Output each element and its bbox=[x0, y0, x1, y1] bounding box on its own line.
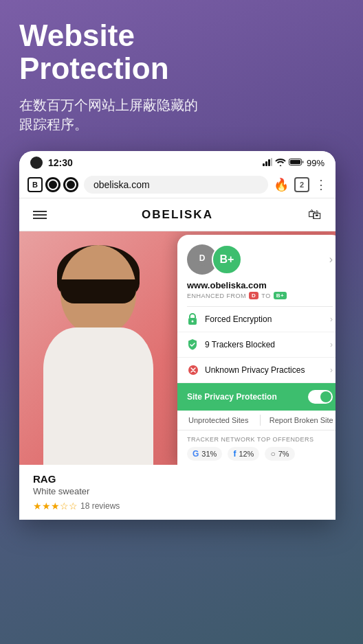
grade-badges: D B+ bbox=[187, 244, 242, 275]
popup-header: D B+ › bbox=[177, 235, 336, 280]
popup-domain: www.obeliska.com bbox=[177, 280, 336, 292]
privacy-protection-label: Site Privacy Protection bbox=[187, 392, 277, 402]
other-pct: 7% bbox=[278, 450, 289, 458]
svg-rect-1 bbox=[265, 161, 267, 166]
svg-rect-0 bbox=[263, 163, 265, 166]
url-bar[interactable]: obeliska.com bbox=[84, 176, 268, 194]
encryption-label: Forced Encryption bbox=[205, 314, 272, 324]
popup-bottom-tabs: Unprotected Sites Report Broken Site bbox=[177, 411, 336, 430]
shield-icon bbox=[187, 338, 199, 351]
svg-point-9 bbox=[192, 321, 194, 323]
stars-icon: ★★★☆☆ bbox=[33, 501, 78, 511]
star-rating: ★★★☆☆ 18 reviews bbox=[33, 501, 322, 511]
item-chevron-icon: › bbox=[330, 314, 333, 324]
addon-icon-2 bbox=[63, 177, 78, 192]
hero-subtitle: 在数百万个网站上屏蔽隐藏的 跟踪程序。 bbox=[19, 95, 344, 134]
site-nav-bar: OBELISKA 🛍 bbox=[19, 198, 336, 231]
website-content: D B+ › www.obeliska.com ENHANCED FROM D … bbox=[19, 231, 336, 465]
tracker-facebook: f 12% bbox=[228, 447, 259, 461]
google-pct: 31% bbox=[201, 450, 217, 458]
reviews-count: 18 reviews bbox=[80, 501, 120, 511]
tracker-other: ○ 7% bbox=[265, 447, 294, 461]
phone-mockup: 12:30 bbox=[19, 151, 336, 520]
tracker-google: G 31% bbox=[187, 447, 222, 461]
tracker-section: TRACKER NETWORK TOP OFFENDERS G 31% f 12… bbox=[177, 430, 336, 465]
popup-item-privacy[interactable]: Unknown Privacy Practices › bbox=[177, 358, 336, 383]
status-left: 12:30 bbox=[30, 157, 73, 169]
item-chevron-2-icon: › bbox=[330, 340, 333, 349]
hero-title: Website Protection bbox=[19, 19, 344, 86]
browser-action-icons: 🔥 2 ⋮ bbox=[274, 177, 327, 192]
lock-icon bbox=[187, 313, 199, 325]
x-circle-icon bbox=[187, 364, 199, 376]
popup-enhanced-label: ENHANCED FROM D TO B+ bbox=[177, 292, 336, 306]
tracker-bars: G 31% f 12% ○ 7% bbox=[187, 447, 333, 461]
product-title: RAG bbox=[33, 473, 322, 485]
svg-rect-5 bbox=[290, 160, 300, 164]
wifi-icon bbox=[275, 158, 286, 168]
person-body bbox=[43, 327, 153, 465]
cart-icon[interactable]: 🛍 bbox=[308, 207, 322, 222]
tabs-icon[interactable]: 2 bbox=[294, 177, 309, 192]
item-chevron-3-icon: › bbox=[330, 365, 333, 375]
svg-text:D: D bbox=[199, 253, 206, 263]
hero-section: Website Protection 在数百万个网站上屏蔽隐藏的 跟踪程序。 bbox=[19, 19, 344, 134]
hamburger-menu-icon[interactable] bbox=[33, 211, 47, 219]
signal-icon bbox=[263, 158, 272, 168]
trackers-label: 9 Trackers Blocked bbox=[205, 340, 275, 349]
addon-icon-1 bbox=[45, 177, 60, 192]
flame-icon[interactable]: 🔥 bbox=[274, 177, 289, 192]
privacy-toggle[interactable] bbox=[308, 390, 333, 404]
website-bottom: RAG White sweater ★★★☆☆ 18 reviews bbox=[19, 465, 336, 520]
brave-icon: B bbox=[28, 177, 43, 192]
toggle-knob bbox=[320, 391, 331, 402]
tab-report-broken[interactable]: Report Broken Site bbox=[261, 411, 336, 430]
other-icon: ○ bbox=[270, 449, 275, 459]
camera-icon bbox=[30, 157, 43, 169]
more-icon[interactable]: ⋮ bbox=[315, 177, 327, 192]
popup-chevron-icon[interactable]: › bbox=[329, 253, 333, 266]
person-bangs bbox=[60, 279, 136, 303]
browser-addon-icons: B bbox=[28, 177, 78, 192]
product-subtitle: White sweater bbox=[33, 486, 322, 496]
status-bar: 12:30 bbox=[19, 151, 336, 172]
status-right: 99% bbox=[263, 158, 324, 168]
svg-rect-2 bbox=[268, 159, 270, 166]
privacy-label: Unknown Privacy Practices bbox=[205, 365, 305, 375]
google-icon: G bbox=[192, 449, 199, 459]
site-logo: OBELISKA bbox=[142, 208, 213, 222]
facebook-pct: 12% bbox=[239, 450, 254, 458]
privacy-protection-row[interactable]: Site Privacy Protection bbox=[177, 383, 336, 411]
svg-rect-3 bbox=[271, 158, 272, 166]
grade-badge-to: B+ bbox=[212, 244, 242, 275]
background: Website Protection 在数百万个网站上屏蔽隐藏的 跟踪程序。 1… bbox=[0, 0, 363, 644]
browser-bar[interactable]: B obeliska.com 🔥 2 ⋮ bbox=[19, 172, 336, 198]
popup-item-encryption[interactable]: Forced Encryption › bbox=[177, 307, 336, 332]
facebook-icon: f bbox=[233, 449, 236, 459]
battery-percent: 99% bbox=[307, 158, 324, 168]
grade-d-badge: D bbox=[249, 292, 258, 299]
tracker-section-label: TRACKER NETWORK TOP OFFENDERS bbox=[187, 436, 333, 443]
battery-icon bbox=[289, 158, 304, 168]
person-image bbox=[33, 245, 170, 465]
privacy-popup: D B+ › www.obeliska.com ENHANCED FROM D … bbox=[177, 235, 336, 465]
grade-b-badge: B+ bbox=[274, 292, 287, 299]
status-time: 12:30 bbox=[48, 157, 73, 168]
popup-item-trackers[interactable]: 9 Trackers Blocked › bbox=[177, 332, 336, 358]
tab-unprotected-sites[interactable]: Unprotected Sites bbox=[177, 411, 260, 430]
